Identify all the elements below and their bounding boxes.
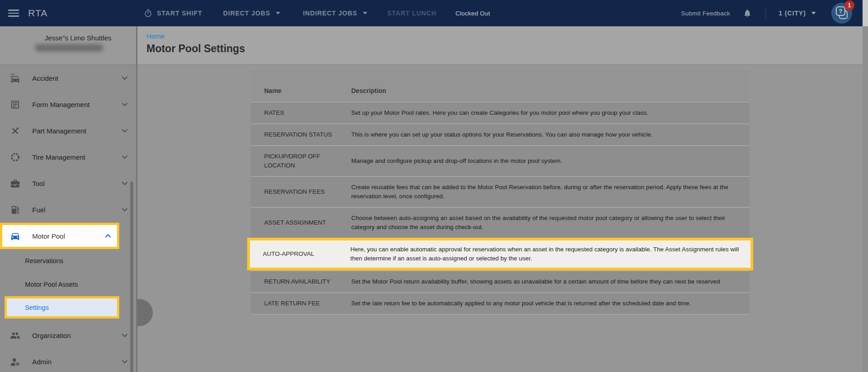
direct-jobs-dropdown[interactable]: DIRECT JOBS (223, 10, 280, 17)
sidebar-item-label: Tool (32, 180, 120, 187)
chevron-down-icon (811, 12, 816, 15)
people-icon (10, 330, 20, 341)
sidebar-item-fuel[interactable]: Fuel (0, 196, 136, 223)
top-navbar: RTA START SHIFT DIRECT JOBS INDIRECT JOB… (0, 0, 868, 26)
table-row-rates[interactable]: RATES Set up your Motor Pool rates. Here… (251, 102, 750, 123)
sidebar: Jesse"s Limo Shuttles Accident Form Mana… (0, 26, 137, 372)
company-name: Jesse"s Limo Shuttles (0, 26, 136, 42)
submit-feedback-link[interactable]: Submit Feedback (681, 10, 730, 17)
sidebar-item-organization[interactable]: Organization (0, 322, 136, 348)
tools-icon (10, 126, 20, 136)
main-content: Home Motor Pool Settings Name Descriptio… (137, 26, 863, 372)
admin-gear-icon (10, 357, 20, 367)
tire-icon (10, 152, 20, 162)
clock-status-label: Clocked Out (455, 10, 490, 17)
chevron-down-icon (120, 357, 130, 367)
sidebar-item-tire-management[interactable]: Tire Management (0, 144, 136, 170)
chevron-down-icon (120, 73, 130, 83)
start-shift-button[interactable]: START SHIFT (144, 9, 202, 18)
sidebar-item-label: Part Management (32, 127, 120, 135)
help-avatar-button[interactable]: ? 1 (831, 3, 852, 24)
chevron-up-icon (103, 231, 113, 241)
table-row-asset-assignment[interactable]: ASSET ASSIGNMENT Choose between auto-ass… (251, 207, 750, 238)
sidebar-item-label: Organization (32, 332, 120, 339)
car-icon (10, 231, 20, 241)
stopwatch-icon (144, 9, 152, 18)
sidebar-item-tool[interactable]: Tool (0, 170, 136, 196)
table-row-pickup-drop-off-location[interactable]: PICKUP/DROP OFF LOCATION Manage and conf… (251, 145, 750, 176)
table-row-reservation-status[interactable]: RESERVATION STATUS This is where you can… (251, 123, 750, 145)
app-logo: RTA (28, 8, 48, 19)
city-selector-dropdown[interactable]: 1 (CITY) (779, 10, 816, 17)
sidebar-scrollbar-thumb[interactable] (130, 181, 133, 372)
chevron-down-icon (363, 12, 367, 15)
chevron-down-icon (120, 99, 130, 109)
column-header-name: Name (251, 87, 351, 94)
sidebar-item-label: Accident (32, 74, 120, 82)
accident-car-icon (10, 73, 20, 83)
form-icon (10, 99, 20, 110)
notification-badge: 1 (844, 0, 854, 10)
question-bubble-icon: ? (836, 6, 845, 16)
table-row-late-return-fee[interactable]: LATE RETURN FEE Set the late return fee … (251, 292, 750, 314)
chevron-down-icon (120, 126, 130, 136)
sidebar-item-form-management[interactable]: Form Management (0, 91, 136, 117)
sidebar-subitem-settings[interactable]: Settings (5, 296, 119, 318)
notifications-bell-icon[interactable] (743, 9, 752, 18)
table-row-reservation-fees[interactable]: RESERVATION FEES Create reusable fees th… (251, 176, 750, 207)
page-header: Home Motor Pool Settings (137, 26, 863, 65)
sidebar-header: Jesse"s Limo Shuttles (0, 26, 136, 65)
sidebar-subitem-motor-pool-assets[interactable]: Motor Pool Assets (0, 273, 136, 296)
sidebar-item-motor-pool[interactable]: Motor Pool (0, 223, 119, 249)
table-row-return-availability[interactable]: RETURN AVAILABILITY Set the Motor Pool r… (251, 270, 750, 292)
navbar-divider (766, 7, 766, 20)
settings-table: Name Description RATES Set up your Motor… (251, 71, 750, 315)
chevron-down-icon (276, 12, 280, 15)
sidebar-item-part-management[interactable]: Part Management (0, 117, 136, 144)
chevron-down-icon (120, 330, 130, 340)
sidebar-item-label: Motor Pool (32, 232, 103, 240)
page-title: Motor Pool Settings (146, 43, 863, 55)
sidebar-item-label: Tire Management (32, 153, 120, 161)
chevron-down-icon (120, 178, 130, 188)
table-header-row: Name Description (251, 71, 750, 102)
chevron-down-icon (120, 205, 130, 215)
fuel-pump-icon (10, 205, 20, 215)
toolbox-icon (10, 178, 20, 189)
sidebar-item-admin[interactable]: Admin (0, 348, 136, 372)
indirect-jobs-dropdown[interactable]: INDIRECT JOBS (303, 10, 367, 17)
table-row-auto-approval[interactable]: AUTO-APPROVAL Here, you can enable autom… (247, 238, 753, 270)
page-scrollbar-thumb[interactable] (863, 0, 868, 26)
sidebar-item-label: Fuel (32, 206, 120, 214)
redacted-subtitle (35, 44, 103, 52)
breadcrumb-home-link[interactable]: Home (146, 32, 165, 40)
sidebar-item-label: Form Management (32, 101, 120, 108)
chevron-down-icon (120, 152, 130, 162)
sidebar-item-label: Admin (32, 358, 120, 366)
start-lunch-button: START LUNCH (387, 10, 436, 17)
page-scrollbar[interactable] (863, 0, 868, 372)
sidebar-subitem-reservations[interactable]: Reservations (0, 249, 136, 273)
column-header-description: Description (351, 87, 750, 94)
sidebar-item-accident[interactable]: Accident (0, 65, 136, 91)
hamburger-menu-icon[interactable] (8, 8, 19, 19)
